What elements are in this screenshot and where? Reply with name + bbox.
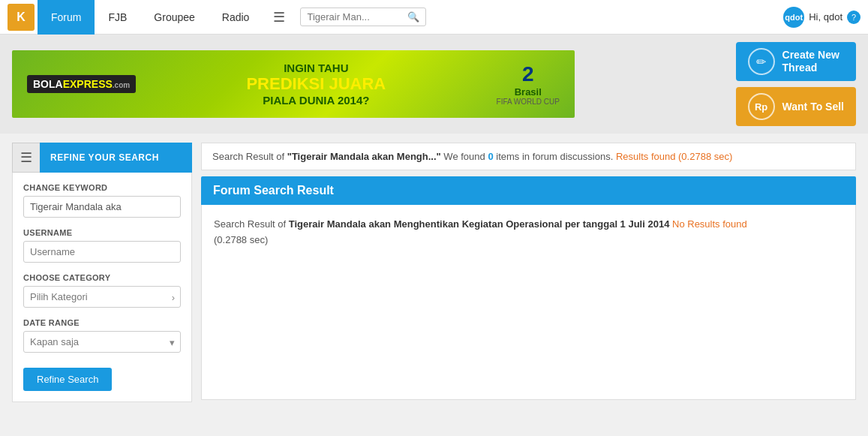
nav-item-fjb[interactable]: FJB bbox=[95, 0, 140, 35]
want-to-sell-button[interactable]: Rp Want To Sell bbox=[736, 87, 856, 126]
refine-label: REFINE YOUR SEARCH bbox=[50, 152, 159, 163]
content-area: ☰ REFINE YOUR SEARCH CHANGE KEYWORD USER… bbox=[0, 134, 868, 411]
category-select[interactable]: Pilih Kategori bbox=[23, 286, 181, 308]
search-summary-bar: Search Result of "Tigerair Mandala akan … bbox=[201, 143, 856, 170]
banner-area: BOLAEXPRESS.com INGIN TAHU PREDIKSI JUAR… bbox=[0, 35, 868, 134]
keyword-label: CHANGE KEYWORD bbox=[23, 183, 181, 192]
summary-time: Results found (0.2788 sec) bbox=[616, 151, 732, 162]
top-navigation: K Forum FJB Groupee Radio ☰ 🔍 qdot Hi, q… bbox=[0, 0, 868, 35]
username-label: USERNAME bbox=[23, 228, 181, 237]
category-group: CHOOSE CATEGORY Pilih Kategori › bbox=[23, 273, 181, 308]
category-label: CHOOSE CATEGORY bbox=[23, 273, 181, 282]
search-results-area: Search Result of "Tigerair Mandala akan … bbox=[201, 143, 856, 402]
date-range-group: DATE RANGE Kapan saja Hari iniMinggu ini… bbox=[23, 318, 181, 353]
nav-items: Forum FJB Groupee Radio ☰ bbox=[38, 0, 296, 34]
sidebar-toggle[interactable]: ☰ bbox=[12, 143, 40, 173]
hi-text: Hi, qdot bbox=[809, 11, 842, 23]
bola-logo: BOLAEXPRESS.com bbox=[27, 75, 136, 93]
banner-text: INGIN TAHU PREDIKSI JUARA PIALA DUNIA 20… bbox=[246, 62, 386, 107]
left-sidebar: ☰ REFINE YOUR SEARCH CHANGE KEYWORD USER… bbox=[12, 143, 192, 402]
refine-header: REFINE YOUR SEARCH bbox=[40, 143, 192, 173]
create-thread-label: Create NewThread bbox=[782, 49, 839, 74]
hamburger-icon[interactable]: ☰ bbox=[263, 9, 296, 26]
refine-search-button[interactable]: Refine Search bbox=[23, 368, 112, 391]
create-thread-button[interactable]: ✏ Create NewThread bbox=[736, 42, 856, 81]
nav-item-radio[interactable]: Radio bbox=[209, 0, 263, 35]
logo-text: K bbox=[17, 11, 26, 24]
help-icon[interactable]: ? bbox=[847, 11, 860, 24]
refine-body: CHANGE KEYWORD USERNAME CHOOSE CATEGORY … bbox=[12, 173, 192, 402]
banner-brasil: 2 Brasil FIFA WORLD CUP bbox=[497, 62, 560, 106]
date-select-wrapper: Kapan saja Hari iniMinggu iniBulan ini ▾ bbox=[23, 331, 181, 353]
username-group: USERNAME bbox=[23, 228, 181, 263]
nav-right: qdot Hi, qdot ? bbox=[783, 7, 860, 28]
want-sell-label: Want To Sell bbox=[782, 101, 844, 113]
search-input[interactable] bbox=[307, 11, 404, 23]
summary-query-short: "Tigerair Mandala akan Mengh..." bbox=[287, 151, 441, 162]
nav-item-forum[interactable]: Forum bbox=[38, 0, 95, 35]
date-range-label: DATE RANGE bbox=[23, 318, 181, 327]
search-icon[interactable]: 🔍 bbox=[407, 11, 419, 23]
banner-image: BOLAEXPRESS.com INGIN TAHU PREDIKSI JUAR… bbox=[12, 50, 575, 118]
result-panel-title: Forum Search Result bbox=[201, 176, 856, 205]
nav-item-groupee[interactable]: Groupee bbox=[140, 0, 208, 35]
result-body-text: Search Result of Tigerair Mandala akan M… bbox=[214, 217, 843, 248]
keyword-group: CHANGE KEYWORD bbox=[23, 183, 181, 218]
search-bar: 🔍 bbox=[300, 8, 426, 26]
username-input[interactable] bbox=[23, 241, 181, 263]
rupiah-icon: Rp bbox=[748, 93, 775, 120]
logo-button[interactable]: K bbox=[8, 4, 35, 31]
summary-count: 0 bbox=[488, 151, 493, 162]
avatar: qdot bbox=[783, 7, 804, 28]
pencil-icon: ✏ bbox=[748, 48, 775, 75]
summary-suffix: items in forum discussions. bbox=[496, 151, 613, 162]
category-select-wrapper: Pilih Kategori › bbox=[23, 286, 181, 308]
action-buttons: ✏ Create NewThread Rp Want To Sell bbox=[736, 42, 856, 126]
summary-prefix: Search Result of bbox=[212, 151, 284, 162]
result-panel-body: Search Result of Tigerair Mandala akan M… bbox=[201, 205, 856, 400]
keyword-input[interactable] bbox=[23, 196, 181, 218]
date-range-select[interactable]: Kapan saja Hari iniMinggu iniBulan ini bbox=[23, 331, 181, 353]
result-panel: Forum Search Result Search Result of Tig… bbox=[201, 176, 856, 400]
